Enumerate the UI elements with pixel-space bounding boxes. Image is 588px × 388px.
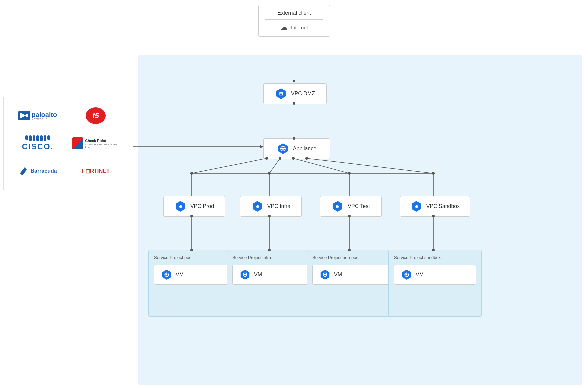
- vendors-panel: paloalto NETWORKS f5 CISCO. Check Point …: [3, 97, 130, 190]
- appliance-icon: [277, 143, 289, 155]
- external-client-title: External client: [277, 10, 311, 16]
- vpc-prod-label: VPC Prod: [190, 203, 214, 209]
- svg-text:⊞: ⊞: [255, 204, 259, 209]
- vpc-infra-icon: ⊞: [251, 200, 263, 212]
- vpc-test-node: ⊞ VPC Test: [320, 196, 382, 217]
- vpc-prod-node: ⊞ VPC Prod: [163, 196, 225, 217]
- fortinet-logo: F◻RTINET: [72, 161, 119, 181]
- vpc-test-icon: ⊞: [332, 200, 344, 212]
- vm-pod-label: VM: [176, 272, 184, 278]
- service-project-infra: Service Project infra VM: [227, 250, 317, 317]
- vm-non-pod-label: VM: [334, 272, 342, 278]
- svg-point-44: [406, 274, 408, 276]
- svg-text:⊞: ⊞: [414, 204, 418, 209]
- vm-non-pod-icon: [319, 269, 331, 280]
- cloud-icon: ☁: [280, 23, 288, 32]
- svg-text:⊞: ⊞: [279, 91, 283, 96]
- vm-infra-label: VM: [254, 272, 262, 278]
- svg-text:⊞: ⊞: [336, 204, 340, 209]
- appliance-node: Appliance: [263, 138, 330, 159]
- vm-sandbox-label: VM: [416, 272, 424, 278]
- svg-rect-2: [24, 115, 26, 116]
- vpc-sandbox-icon: ⊞: [410, 200, 422, 212]
- vpc-prod-icon: ⊞: [174, 200, 186, 212]
- service-non-pod-label: Service Project non-pod: [312, 255, 391, 260]
- vpc-infra-node: ⊞ VPC Infra: [240, 196, 302, 217]
- f5-logo: f5: [72, 106, 119, 126]
- svg-rect-0: [20, 113, 22, 118]
- svg-point-30: [244, 274, 246, 276]
- vm-sandbox-icon: [401, 269, 412, 280]
- service-project-pod: Service Project pod VM: [148, 250, 238, 317]
- vm-infra-box: VM: [232, 265, 311, 285]
- service-project-sandbox: Service Project sandbox VM: [388, 250, 482, 317]
- svg-point-23: [166, 274, 168, 276]
- vpc-sandbox-label: VPC Sandbox: [426, 203, 460, 209]
- service-project-non-pod: Service Project non-pod VM: [307, 250, 397, 317]
- divider: [265, 19, 323, 20]
- diagram-area: [138, 55, 582, 385]
- internet-label: Internet: [291, 25, 308, 30]
- barracuda-logo: Barracuda: [14, 161, 61, 181]
- svg-rect-3: [26, 114, 28, 117]
- appliance-label: Appliance: [293, 146, 316, 152]
- svg-point-37: [324, 274, 326, 276]
- vm-infra-icon: [239, 269, 251, 280]
- vm-non-pod-box: VM: [312, 265, 391, 285]
- vm-pod-box: VM: [154, 265, 233, 285]
- vpc-test-label: VPC Test: [348, 203, 370, 209]
- vm-sandbox-box: VM: [394, 265, 476, 285]
- cisco-logo: CISCO.: [14, 133, 61, 153]
- vpc-dmz-label: VPC DMZ: [291, 91, 315, 97]
- internet-row: ☁ Internet: [280, 23, 308, 32]
- svg-rect-1: [22, 114, 24, 117]
- service-infra-label: Service Project infra: [232, 255, 311, 260]
- svg-text:⊞: ⊞: [178, 204, 182, 209]
- external-client-box: External client ☁ Internet: [258, 5, 330, 37]
- checkpoint-logo: Check Point SOFTWARE TECHNOLOGIES LTD.: [72, 133, 119, 153]
- vpc-dmz-node: ⊞ VPC DMZ: [263, 83, 327, 104]
- vpc-dmz-icon: ⊞: [275, 88, 287, 100]
- paloalto-logo: paloalto NETWORKS: [14, 106, 61, 126]
- vm-pod-icon: [161, 269, 172, 280]
- svg-point-8: [282, 148, 284, 150]
- vpc-infra-label: VPC Infra: [267, 203, 290, 209]
- vpc-sandbox-node: ⊞ VPC Sandbox: [400, 196, 470, 217]
- service-sandbox-label: Service Project sandbox: [394, 255, 476, 260]
- service-pod-label: Service Project pod: [154, 255, 233, 260]
